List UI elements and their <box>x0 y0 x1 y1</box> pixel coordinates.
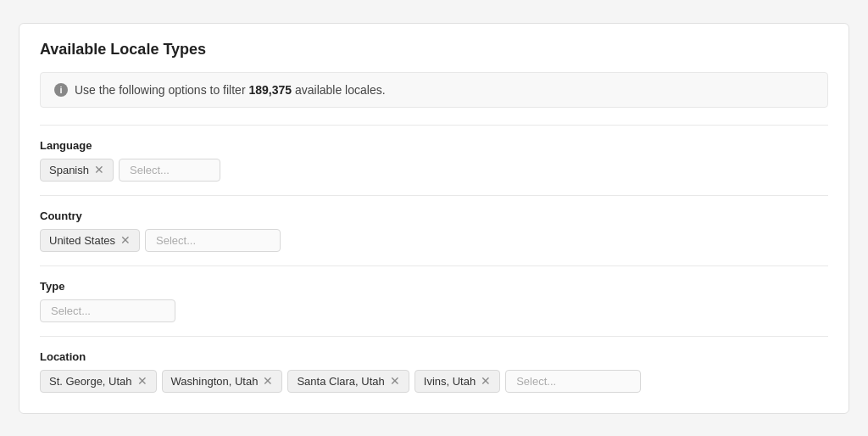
country-label: Country <box>40 210 828 222</box>
tag-united-states: United States ✕ <box>40 229 140 252</box>
tag-santa-clara-utah: Santa Clara, Utah ✕ <box>287 370 409 393</box>
page-title: Available Locale Types <box>40 41 828 59</box>
tag-santa-clara-utah-remove[interactable]: ✕ <box>390 375 400 387</box>
language-label: Language <box>40 139 828 152</box>
type-label: Type <box>40 280 828 293</box>
filter-section-country: Country United States ✕ Select... <box>40 195 828 252</box>
type-filter-row: Select... <box>40 299 828 322</box>
language-filter-row: Spanish ✕ Select... <box>40 159 828 182</box>
available-locale-types-card: Available Locale Types i Use the followi… <box>19 23 849 414</box>
tag-spanish: Spanish ✕ <box>40 159 114 182</box>
tag-spanish-remove[interactable]: ✕ <box>94 164 104 176</box>
tag-spanish-label: Spanish <box>49 164 89 176</box>
info-banner-text: Use the following options to filter 189,… <box>75 83 386 97</box>
tag-santa-clara-utah-label: Santa Clara, Utah <box>297 375 384 388</box>
tag-st-george-utah: St. George, Utah ✕ <box>40 370 157 393</box>
type-select[interactable]: Select... <box>40 299 175 322</box>
info-icon: i <box>54 83 68 97</box>
filter-section-location: Location St. George, Utah ✕ Washington, … <box>40 336 828 393</box>
tag-ivins-utah-remove[interactable]: ✕ <box>481 375 491 387</box>
tag-united-states-remove[interactable]: ✕ <box>120 234 131 246</box>
tag-st-george-utah-label: St. George, Utah <box>49 375 132 388</box>
tag-ivins-utah-label: Ivins, Utah <box>424 375 476 388</box>
country-filter-row: United States ✕ Select... <box>40 229 828 252</box>
tag-united-states-label: United States <box>49 234 115 247</box>
filter-section-type: Type Select... <box>40 266 828 322</box>
location-filter-row: St. George, Utah ✕ Washington, Utah ✕ Sa… <box>40 370 828 393</box>
language-select[interactable]: Select... <box>119 159 220 182</box>
tag-st-george-utah-remove[interactable]: ✕ <box>137 375 147 387</box>
locale-count: 189,375 <box>248 83 292 97</box>
filter-section-language: Language Spanish ✕ Select... <box>40 125 828 182</box>
tag-washington-utah-label: Washington, Utah <box>171 375 259 388</box>
location-label: Location <box>40 350 828 363</box>
location-select[interactable]: Select... <box>505 370 641 393</box>
tag-washington-utah: Washington, Utah ✕ <box>162 370 283 393</box>
tag-ivins-utah: Ivins, Utah ✕ <box>415 370 500 393</box>
info-banner: i Use the following options to filter 18… <box>40 72 828 108</box>
country-select[interactable]: Select... <box>145 229 281 252</box>
tag-washington-utah-remove[interactable]: ✕ <box>263 375 273 387</box>
